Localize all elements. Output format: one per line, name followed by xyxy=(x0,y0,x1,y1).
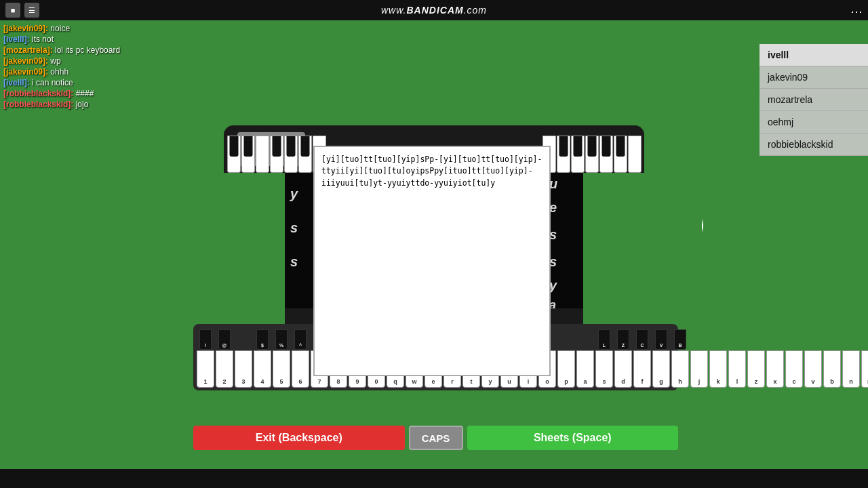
mouse-cursor xyxy=(702,219,710,232)
key-shortcut-label: d xyxy=(621,379,625,385)
piano-white-key[interactable]: 1 xyxy=(197,350,214,388)
chat-line: [ivelll]: i can notice xyxy=(3,78,207,87)
key-shortcut-label: a xyxy=(583,379,587,385)
bottom-buttons: Exit (Backspace) CAPS Sheets (Space) xyxy=(193,426,678,450)
key-shortcut-label: s xyxy=(602,379,606,385)
piano-black-key[interactable]: % xyxy=(275,329,288,350)
player-item[interactable]: robbieblackskid xyxy=(760,134,868,156)
piano-black-key[interactable]: B xyxy=(674,329,686,350)
key-shortcut-label: e xyxy=(431,379,435,385)
piano-black-key-spacer xyxy=(560,329,572,350)
key-shortcut-label: t xyxy=(471,379,473,385)
piano-white-key[interactable]: f xyxy=(633,350,651,388)
key-cell: a xyxy=(576,329,594,388)
piano-white-key[interactable]: 3 xyxy=(235,350,252,388)
piano-white-key[interactable]: b xyxy=(823,350,841,388)
piano-black-key-spacer xyxy=(826,329,838,350)
icon-1: ■ xyxy=(5,3,20,18)
key-cell: Ls xyxy=(595,329,613,388)
piano-black-key-spacer xyxy=(579,329,591,350)
piano-white-key[interactable]: z xyxy=(747,350,765,388)
piano-black-key[interactable]: ! xyxy=(199,329,212,350)
chat-line: [robbieblackskid]: jojo xyxy=(3,100,207,109)
caps-button[interactable]: CAPS xyxy=(409,426,463,450)
key-cell: !1 xyxy=(197,329,214,388)
key-cell: c xyxy=(785,329,803,388)
more-options-icon[interactable]: ⋯ xyxy=(850,4,863,19)
top-bar: ■ ☰ www.BANDICAM.com ⋯ xyxy=(0,0,868,20)
piano-white-key[interactable]: j xyxy=(690,350,708,388)
piano-stand-right: u e s s y a xyxy=(546,173,583,329)
key-shortcut-label: 2 xyxy=(222,379,226,385)
piano-black-key[interactable]: V xyxy=(655,329,667,350)
key-cell: x xyxy=(766,329,784,388)
key-shortcut-label: c xyxy=(792,379,795,385)
piano-white-key[interactable]: 4 xyxy=(254,350,271,388)
piano-black-key-spacer xyxy=(845,329,857,350)
chat-line: [robbieblackskid]: #### xyxy=(3,89,207,98)
key-shortcut-label: 3 xyxy=(241,379,245,385)
chat-line: [jakevin09]: wp xyxy=(3,56,207,66)
sheets-button[interactable]: Sheets (Space) xyxy=(467,426,679,450)
key-cell: j xyxy=(690,329,708,388)
chat-line: [jakevin09]: noice xyxy=(3,24,207,33)
piano-white-key[interactable]: n xyxy=(842,350,860,388)
piano-white-key[interactable]: h xyxy=(671,350,689,388)
icon-2: ☰ xyxy=(24,3,39,18)
piano-white-key[interactable]: c xyxy=(785,350,803,388)
exit-button[interactable]: Exit (Backspace) xyxy=(193,426,405,450)
chat-line: [jakevin09]: ohhh xyxy=(3,67,207,77)
key-shortcut-label: 4 xyxy=(260,379,264,385)
piano-top-keys-right xyxy=(539,125,644,173)
piano-white-key[interactable]: l xyxy=(728,350,746,388)
player-item[interactable]: jakevin09 xyxy=(760,66,868,89)
key-shortcut-label: p xyxy=(564,379,568,385)
piano-black-key[interactable]: ^ xyxy=(294,329,307,350)
piano-white-key[interactable]: k xyxy=(709,350,727,388)
key-shortcut-label: u xyxy=(507,379,511,385)
key-shortcut-label: v xyxy=(811,379,814,385)
piano-black-key-spacer xyxy=(788,329,800,350)
key-shortcut-label: w xyxy=(412,379,416,385)
key-shortcut-label: b xyxy=(830,379,834,385)
player-item[interactable]: ivelll xyxy=(760,44,868,66)
key-shortcut-label: 0 xyxy=(374,379,378,385)
bottom-bar xyxy=(0,469,868,488)
player-list: ivellljakevin09mozartrelaoehmjrobbieblac… xyxy=(760,44,868,156)
key-shortcut-label: h xyxy=(678,379,682,385)
piano-white-key[interactable]: d xyxy=(614,350,632,388)
key-cell: 3 xyxy=(235,329,252,388)
piano-black-key-spacer xyxy=(807,329,819,350)
key-shortcut-label: f xyxy=(642,379,644,385)
piano-white-key[interactable]: p xyxy=(557,350,575,388)
key-cell: ^6 xyxy=(292,329,309,388)
piano-black-key[interactable]: Z xyxy=(617,329,629,350)
key-shortcut-label: r xyxy=(451,379,454,385)
player-item[interactable]: mozartrela xyxy=(760,89,868,111)
key-shortcut-label: 7 xyxy=(317,379,321,385)
key-shortcut-label: n xyxy=(849,379,853,385)
key-shortcut-label: 9 xyxy=(355,379,359,385)
piano-white-key[interactable]: 6 xyxy=(292,350,309,388)
piano-black-key[interactable]: $ xyxy=(256,329,269,350)
piano-white-key[interactable]: s xyxy=(595,350,613,388)
piano-white-key[interactable]: x xyxy=(766,350,784,388)
chat-line: [mozartrela]: lol its pc keyboard xyxy=(3,45,207,55)
piano-white-key[interactable]: g xyxy=(652,350,670,388)
key-shortcut-label: k xyxy=(716,379,719,385)
piano-black-key[interactable]: @ xyxy=(218,329,231,350)
key-cell: Bh xyxy=(671,329,689,388)
piano-white-key[interactable]: v xyxy=(804,350,822,388)
falling-notes-right: u e s s y a xyxy=(546,173,583,308)
player-item[interactable]: oehmj xyxy=(760,111,868,134)
piano-white-key[interactable]: a xyxy=(576,350,594,388)
sheet-display: [yi][tuo]tt[tuo][yip]sPp-[yi][tuo]tt[tuo… xyxy=(313,146,551,376)
piano-black-key[interactable]: L xyxy=(598,329,610,350)
piano-white-key[interactable]: 2 xyxy=(216,350,233,388)
piano-black-key[interactable]: C xyxy=(636,329,648,350)
piano-black-key-spacer xyxy=(731,329,743,350)
piano-white-key[interactable]: 5 xyxy=(273,350,290,388)
chat-line: [ivelll]: its not xyxy=(3,35,207,44)
piano-white-key[interactable]: m xyxy=(861,350,868,388)
key-cell: @2 xyxy=(216,329,233,388)
